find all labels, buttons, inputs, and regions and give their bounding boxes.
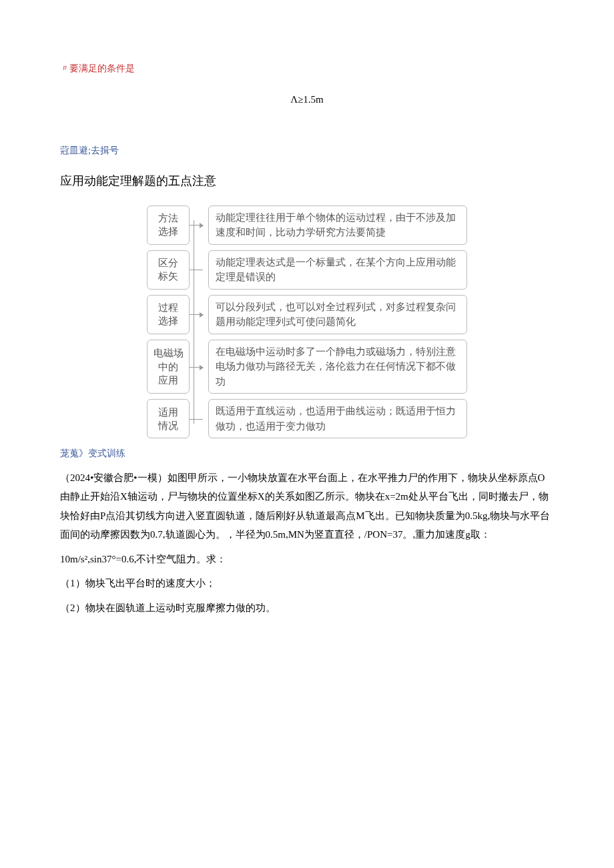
node-left-process: 过程 选择 bbox=[147, 295, 190, 334]
diagram-row: 适用 情况 既适用于直线运动，也适用于曲线运动；既适用于恒力做功，也适用于变力做… bbox=[147, 399, 467, 438]
node-right-process: 可以分段列式，也可以对全过程列式，对多过程复杂问题用动能定理列式可使问题简化 bbox=[208, 295, 467, 334]
diagram-row: 区分 标矢 动能定理表达式是一个标量式，在某个方向上应用动能定理是错误的 bbox=[147, 250, 467, 290]
question-1: （1）物块飞出平台时的速度大小； bbox=[60, 574, 554, 593]
diagram-row: 电磁场 中的 应用 在电磁场中运动时多了一个静电力或磁场力，特别注意电场力做功与… bbox=[147, 340, 467, 394]
problem-block: （2024•安徽合肥•一模）如图甲所示，一小物块放置在水平台面上，在水平推力尸的… bbox=[60, 468, 554, 618]
section-tag-1: 蒄皿避;去揖号 bbox=[60, 142, 554, 160]
condition-note: 〃要满足的条件是 bbox=[60, 60, 554, 78]
diagram-row: 方法 选择 动能定理往往用于单个物体的运动过程，由于不涉及加速度和时间，比动力学… bbox=[147, 205, 467, 245]
diagram-row: 过程 选择 可以分段列式，也可以对全过程列式，对多过程复杂问题用动能定理列式可使… bbox=[147, 295, 467, 334]
node-right-apply: 既适用于直线运动，也适用于曲线运动；既适用于恒力做功，也适用于变力做功 bbox=[208, 399, 467, 438]
node-right-method: 动能定理往往用于单个物体的运动过程，由于不涉及加速度和时间，比动力学研究方法要简… bbox=[208, 205, 467, 245]
node-right-em: 在电磁场中运动时多了一个静电力或磁场力，特别注意电场力做功与路径无关，洛伦兹力在… bbox=[208, 340, 467, 394]
inequality-line: Λ≥1.5m bbox=[60, 90, 554, 109]
node-left-method: 方法 选择 bbox=[147, 205, 190, 245]
node-left-scalar: 区分 标矢 bbox=[147, 250, 190, 290]
node-right-scalar: 动能定理表达式是一个标量式，在某个方向上应用动能定理是错误的 bbox=[208, 250, 467, 290]
problem-paragraph-2: 10m/s²,sin37°=0.6,不计空气阻力。求： bbox=[60, 550, 554, 569]
question-2: （2）物块在圆轨道上运动时克服摩擦力做的功。 bbox=[60, 598, 554, 618]
section-tag-2: 茏蒐》变式训练 bbox=[60, 445, 554, 463]
node-left-em: 电磁场 中的 应用 bbox=[147, 340, 190, 394]
section-title: 应用动能定理解题的五点注意 bbox=[60, 169, 554, 192]
flow-diagram: 方法 选择 动能定理往往用于单个物体的运动过程，由于不涉及加速度和时间，比动力学… bbox=[147, 205, 467, 439]
problem-paragraph-1: （2024•安徽合肥•一模）如图甲所示，一小物块放置在水平台面上，在水平推力尸的… bbox=[60, 468, 554, 544]
node-left-apply: 适用 情况 bbox=[147, 399, 190, 438]
